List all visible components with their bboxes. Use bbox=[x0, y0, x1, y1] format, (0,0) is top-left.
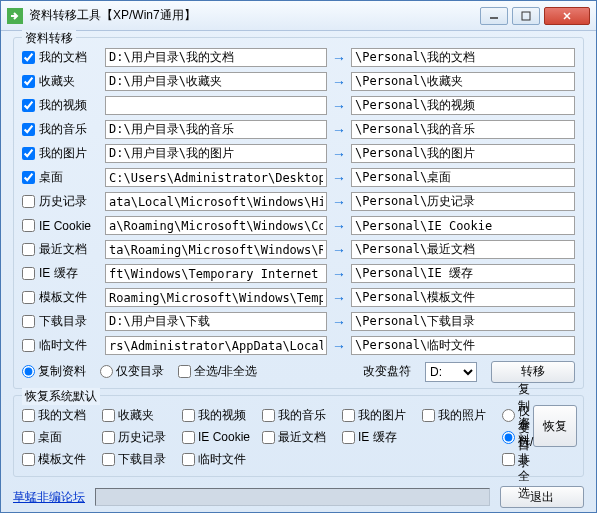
restore-checkbox[interactable]: 我的音乐 bbox=[262, 407, 342, 424]
forum-link[interactable]: 草蜢非编论坛 bbox=[13, 489, 85, 506]
restore-checkbox[interactable]: 下载目录 bbox=[102, 451, 182, 468]
arrow-icon: → bbox=[327, 194, 351, 210]
restore-checkbox[interactable]: IE Cookie bbox=[182, 430, 262, 444]
dest-path-input[interactable] bbox=[351, 312, 575, 331]
arrow-icon: → bbox=[327, 74, 351, 90]
minimize-button[interactable] bbox=[480, 7, 508, 25]
row-checkbox[interactable] bbox=[22, 171, 35, 184]
source-path-input[interactable] bbox=[105, 192, 327, 211]
radio-copy[interactable]: 复制资料 bbox=[22, 363, 86, 380]
arrow-icon: → bbox=[327, 122, 351, 138]
maximize-button[interactable] bbox=[512, 7, 540, 25]
transfer-row: 模板文件→ bbox=[22, 286, 575, 309]
restore-checkbox[interactable]: 临时文件 bbox=[182, 451, 262, 468]
arrow-icon: → bbox=[327, 290, 351, 306]
status-bar bbox=[95, 488, 490, 506]
radio-dironly[interactable]: 仅变目录 bbox=[100, 363, 164, 380]
restore-checkbox[interactable]: IE 缓存 bbox=[342, 429, 422, 446]
transfer-row: 收藏夹→ bbox=[22, 70, 575, 93]
app-icon bbox=[7, 8, 23, 24]
dest-path-input[interactable] bbox=[351, 72, 575, 91]
arrow-icon: → bbox=[327, 50, 351, 66]
source-path-input[interactable] bbox=[105, 288, 327, 307]
dest-path-input[interactable] bbox=[351, 120, 575, 139]
row-label: 桌面 bbox=[39, 169, 105, 186]
transfer-row: IE 缓存→ bbox=[22, 262, 575, 285]
drive-label: 改变盘符 bbox=[363, 363, 411, 380]
arrow-icon: → bbox=[327, 218, 351, 234]
source-path-input[interactable] bbox=[105, 96, 327, 115]
row-label: 我的音乐 bbox=[39, 121, 105, 138]
row-label: 临时文件 bbox=[39, 337, 105, 354]
row-checkbox[interactable] bbox=[22, 123, 35, 136]
footer: 草蜢非编论坛 退出 bbox=[13, 483, 584, 511]
main-window: 资料转移工具【XP/Win7通用】 资料转移 我的文档→收藏夹→我的视频→我的音… bbox=[0, 0, 597, 513]
restore-checkbox[interactable]: 我的文档 bbox=[22, 407, 102, 424]
dest-path-input[interactable] bbox=[351, 168, 575, 187]
source-path-input[interactable] bbox=[105, 216, 327, 235]
transfer-row: 我的文档→ bbox=[22, 46, 575, 69]
source-path-input[interactable] bbox=[105, 48, 327, 67]
window-buttons bbox=[480, 7, 590, 25]
restore-checkbox[interactable]: 最近文档 bbox=[262, 429, 342, 446]
restore-select-all[interactable]: 全选/非全选 bbox=[502, 417, 533, 502]
row-label: 我的视频 bbox=[39, 97, 105, 114]
row-checkbox[interactable] bbox=[22, 243, 35, 256]
restore-checkbox[interactable]: 模板文件 bbox=[22, 451, 102, 468]
row-label: 我的文档 bbox=[39, 49, 105, 66]
source-path-input[interactable] bbox=[105, 168, 327, 187]
restore-checkbox[interactable]: 桌面 bbox=[22, 429, 102, 446]
source-path-input[interactable] bbox=[105, 120, 327, 139]
transfer-row: 我的音乐→ bbox=[22, 118, 575, 141]
dest-path-input[interactable] bbox=[351, 192, 575, 211]
source-path-input[interactable] bbox=[105, 336, 327, 355]
restore-checkbox[interactable]: 我的图片 bbox=[342, 407, 422, 424]
row-label: 下载目录 bbox=[39, 313, 105, 330]
close-button[interactable] bbox=[544, 7, 590, 25]
restore-checkbox[interactable]: 我的照片 bbox=[422, 407, 502, 424]
row-checkbox[interactable] bbox=[22, 315, 35, 328]
arrow-icon: → bbox=[327, 170, 351, 186]
transfer-group: 资料转移 我的文档→收藏夹→我的视频→我的音乐→我的图片→桌面→历史记录→IE … bbox=[13, 37, 584, 389]
transfer-controls: 复制资料 仅变目录 全选/非全选 改变盘符 D: 转移 bbox=[22, 358, 575, 382]
row-checkbox[interactable] bbox=[22, 219, 35, 232]
dest-path-input[interactable] bbox=[351, 264, 575, 283]
arrow-icon: → bbox=[327, 242, 351, 258]
dest-path-input[interactable] bbox=[351, 48, 575, 67]
row-label: 最近文档 bbox=[39, 241, 105, 258]
svg-rect-0 bbox=[522, 12, 530, 20]
dest-path-input[interactable] bbox=[351, 336, 575, 355]
restore-legend: 恢复系统默认 bbox=[22, 388, 100, 405]
transfer-row: 最近文档→ bbox=[22, 238, 575, 261]
source-path-input[interactable] bbox=[105, 144, 327, 163]
row-checkbox[interactable] bbox=[22, 267, 35, 280]
drive-select[interactable]: D: bbox=[425, 362, 477, 382]
transfer-button[interactable]: 转移 bbox=[491, 361, 575, 383]
row-label: 模板文件 bbox=[39, 289, 105, 306]
window-title: 资料转移工具【XP/Win7通用】 bbox=[29, 7, 480, 24]
source-path-input[interactable] bbox=[105, 264, 327, 283]
client-area: 资料转移 我的文档→收藏夹→我的视频→我的音乐→我的图片→桌面→历史记录→IE … bbox=[1, 31, 596, 513]
restore-checkbox[interactable]: 收藏夹 bbox=[102, 407, 182, 424]
row-checkbox[interactable] bbox=[22, 291, 35, 304]
source-path-input[interactable] bbox=[105, 312, 327, 331]
row-checkbox[interactable] bbox=[22, 147, 35, 160]
source-path-input[interactable] bbox=[105, 72, 327, 91]
dest-path-input[interactable] bbox=[351, 288, 575, 307]
dest-path-input[interactable] bbox=[351, 96, 575, 115]
transfer-row: IE Cookie→ bbox=[22, 214, 575, 237]
dest-path-input[interactable] bbox=[351, 240, 575, 259]
row-checkbox[interactable] bbox=[22, 195, 35, 208]
row-checkbox[interactable] bbox=[22, 339, 35, 352]
restore-checkbox[interactable]: 历史记录 bbox=[102, 429, 182, 446]
restore-checkbox[interactable]: 我的视频 bbox=[182, 407, 262, 424]
source-path-input[interactable] bbox=[105, 240, 327, 259]
arrow-icon: → bbox=[327, 98, 351, 114]
row-checkbox[interactable] bbox=[22, 99, 35, 112]
row-checkbox[interactable] bbox=[22, 51, 35, 64]
row-checkbox[interactable] bbox=[22, 75, 35, 88]
checkbox-select-all[interactable]: 全选/非全选 bbox=[178, 363, 257, 380]
restore-button[interactable]: 恢复 bbox=[533, 405, 577, 447]
dest-path-input[interactable] bbox=[351, 144, 575, 163]
dest-path-input[interactable] bbox=[351, 216, 575, 235]
